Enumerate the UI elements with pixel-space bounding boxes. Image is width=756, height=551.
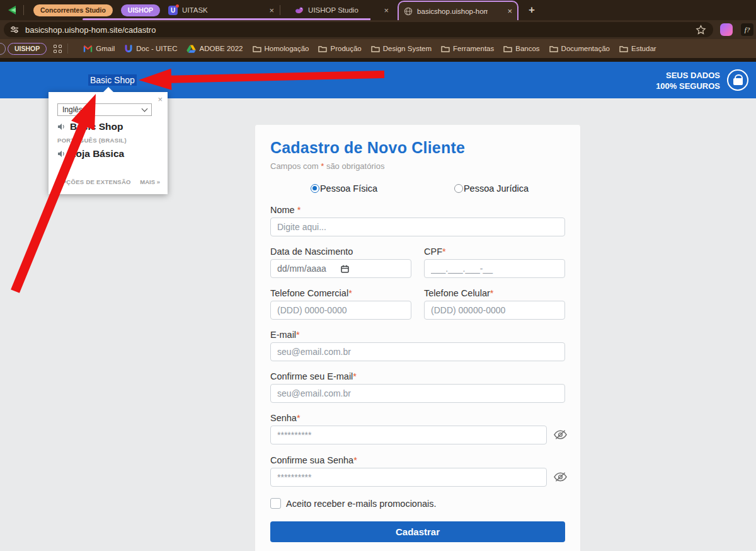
tab-close-icon[interactable]: × xyxy=(508,6,513,16)
browser-address-bar: basicshop.uishop-hom.site/cadastro f? xyxy=(0,20,756,39)
radio-unselected-icon[interactable] xyxy=(454,184,463,193)
telefone-comercial-input[interactable] xyxy=(270,301,411,320)
nome-label: Nome * xyxy=(270,205,565,216)
bookmark-doc-uitec[interactable]: Doc - UITEC xyxy=(124,45,177,53)
more-link[interactable]: MAIS » xyxy=(140,178,160,185)
tab-close-icon[interactable]: × xyxy=(270,6,275,15)
promo-emails-label: Aceito receber e-mails promocionais. xyxy=(286,499,437,509)
tab-group-uishop[interactable]: UISHOP xyxy=(121,4,160,16)
bookmark-star-icon[interactable] xyxy=(696,25,706,35)
tab-label: UITASK xyxy=(182,6,208,14)
separator xyxy=(280,5,280,15)
security-text: SEUS DADOS 100% SEGUROS xyxy=(656,70,720,91)
uitec-icon xyxy=(124,45,133,53)
folder-icon xyxy=(253,45,261,52)
email-input[interactable] xyxy=(270,342,565,361)
folder-icon xyxy=(549,45,558,52)
speaker-icon[interactable] xyxy=(57,150,66,158)
gmail-icon xyxy=(83,45,93,52)
bookmarks-bar: UISHOP Gmail Doc - UITEC xyxy=(0,39,756,58)
toggle-password-visibility-icon[interactable] xyxy=(554,472,567,482)
site-brand-link[interactable]: Basic Shop xyxy=(88,74,137,86)
source-language-label: PORTUGUÊS (BRASIL) xyxy=(57,137,127,144)
bookmark-folder-estudar[interactable]: Estudar xyxy=(619,45,656,52)
required-hint: Campos com * são obrigatórios xyxy=(270,161,565,171)
uitask-favicon: U xyxy=(168,6,178,15)
confirme-senha-label: Confirme sua Senha* xyxy=(270,455,565,467)
drive-icon xyxy=(186,45,196,53)
data-nascimento-input[interactable]: dd/mm/aaaa xyxy=(270,259,411,278)
bookmark-folder-homologacao[interactable]: Homologação xyxy=(253,45,309,52)
email-label: E-mail* xyxy=(270,330,565,341)
separator xyxy=(67,44,68,54)
bookmark-folder-producao[interactable]: Produção xyxy=(318,45,361,52)
translated-text-row: Loja Básica xyxy=(57,148,124,160)
folder-icon xyxy=(619,45,628,52)
chevron-down-icon xyxy=(142,106,148,112)
toggle-password-visibility-icon[interactable] xyxy=(554,430,567,439)
extension-icon-f[interactable]: f? xyxy=(741,23,753,36)
radio-pessoa-fisica[interactable]: Pessoa Física xyxy=(270,183,418,194)
folder-icon xyxy=(503,45,512,52)
tab-label: UISHOP Studio xyxy=(308,6,358,14)
radio-selected-icon[interactable] xyxy=(311,184,319,193)
tab-uitask[interactable]: U UITASK × xyxy=(168,6,274,15)
tab-group-concorrentes[interactable]: Concorrentes Studio xyxy=(33,4,113,16)
folder-icon xyxy=(318,45,327,52)
bookmark-adobe-2022[interactable]: ADOBE 2022 xyxy=(186,45,243,53)
translate-popup: × Inglês Basic Shop PORTUGUÊS (BRASIL) xyxy=(49,92,168,194)
popup-close-icon[interactable]: × xyxy=(158,95,163,104)
confirme-email-label: Confirme seu E-mail* xyxy=(270,371,565,383)
site-settings-icon[interactable] xyxy=(9,25,20,35)
radio-pessoa-juridica[interactable]: Pessoa Jurídica xyxy=(418,183,565,194)
confirme-senha-input[interactable] xyxy=(270,468,547,487)
browser-logo-icon[interactable] xyxy=(6,4,18,16)
promo-emails-row: Aceito receber e-mails promocionais. xyxy=(270,498,565,509)
folder-icon xyxy=(441,45,450,52)
telefone-comercial-label: Telefone Comercial* xyxy=(270,288,411,299)
bookmark-pill-fragment xyxy=(0,43,6,55)
registration-card: Cadastro de Novo Cliente Campos com * sã… xyxy=(255,124,581,551)
apps-grid-icon[interactable] xyxy=(54,45,62,53)
bookmark-folder-design-system[interactable]: Design System xyxy=(371,45,432,52)
confirme-email-input[interactable] xyxy=(270,384,565,403)
folder-icon xyxy=(371,45,380,52)
popup-pointer xyxy=(103,87,113,92)
screenshot-root: Concorrentes Studio UISHOP U UITASK × UI… xyxy=(0,0,756,551)
extension-icon-purple[interactable] xyxy=(720,23,733,36)
data-nascimento-label: Data de Nascimento xyxy=(270,246,411,258)
page-title: Cadastro de Novo Cliente xyxy=(270,139,565,157)
url-text[interactable]: basicshop.uishop-hom.site/cadastro xyxy=(25,25,696,35)
promo-emails-checkbox[interactable] xyxy=(270,498,281,509)
url-field[interactable]: basicshop.uishop-hom.site/cadastro xyxy=(4,22,713,37)
senha-input[interactable] xyxy=(270,426,547,444)
extension-options-link[interactable]: OPÇÕES DE EXTENSÃO xyxy=(57,178,131,185)
bookmark-folder-bancos[interactable]: Bancos xyxy=(503,45,539,52)
globe-icon xyxy=(404,7,413,16)
tab-active-basicshop[interactable]: basicshop.uishop-hom.site/cad × xyxy=(398,1,518,20)
cpf-label: CPF* xyxy=(424,246,565,258)
speaker-icon[interactable] xyxy=(57,123,66,130)
target-language-select[interactable]: Inglês xyxy=(57,103,152,116)
source-text-row: Basic Shop xyxy=(57,121,123,132)
person-type-radios: Pessoa Física Pessoa Jurídica xyxy=(270,183,565,194)
senha-label: Senha* xyxy=(270,413,565,424)
new-tab-button[interactable]: + xyxy=(529,4,535,16)
telefone-celular-input[interactable] xyxy=(424,301,565,320)
tab-uishop-studio[interactable]: UISHOP Studio × xyxy=(294,6,389,15)
tab-group-underline xyxy=(83,18,370,20)
calendar-icon[interactable] xyxy=(341,265,404,273)
cadastrar-button[interactable]: Cadastrar xyxy=(270,521,565,542)
bookmark-folder-documentacao[interactable]: Documentação xyxy=(549,45,610,52)
bookmark-gmail[interactable]: Gmail xyxy=(83,45,115,52)
uishop-studio-favicon xyxy=(294,6,304,14)
telefone-celular-label: Telefone Celular* xyxy=(424,288,565,299)
tab-label: basicshop.uishop-hom.site/cad xyxy=(417,8,488,15)
tab-close-icon[interactable]: × xyxy=(384,6,389,15)
bookmark-folder-ferramentas[interactable]: Ferramentas xyxy=(441,45,494,52)
bookmark-uishop-pill[interactable]: UISHOP xyxy=(8,43,47,55)
cpf-input[interactable] xyxy=(424,259,565,278)
separator xyxy=(23,5,24,15)
lock-icon xyxy=(727,69,748,91)
nome-input[interactable] xyxy=(270,218,565,236)
